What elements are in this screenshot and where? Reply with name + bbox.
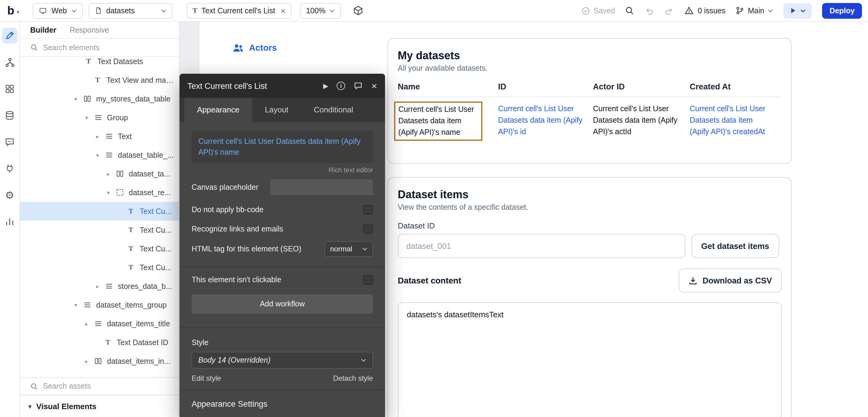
canvas-placeholder-input[interactable] — [270, 180, 373, 195]
element-tab[interactable]: T Text Current cell's List × — [186, 3, 291, 19]
undo-icon[interactable] — [645, 6, 654, 15]
get-dataset-items-button[interactable]: Get dataset items — [691, 234, 779, 258]
recognize-links-checkbox[interactable] — [363, 225, 373, 234]
cell-created-at[interactable]: Current cell's List User Datasets data i… — [690, 103, 781, 141]
styles-tab-icon[interactable] — [2, 134, 18, 150]
close-tab-icon[interactable]: × — [280, 6, 285, 15]
zoom-select[interactable]: 100% — [300, 3, 341, 19]
tree-item-my-stores-data-table[interactable]: ▾ my_stores_data_table — [20, 90, 179, 108]
actors-people-icon — [233, 43, 244, 52]
cell-name-selected[interactable]: Current cell's List User Datasets data i… — [398, 103, 498, 141]
bb-code-row: Do not apply bb-code — [192, 205, 373, 215]
add-workflow-button[interactable]: Add workflow — [192, 295, 373, 314]
monitor-icon — [39, 7, 47, 14]
html-tag-value: normal — [330, 245, 352, 254]
elements-panel: Builder Responsive T Text Datasets T Tex… — [20, 22, 180, 417]
tree-item-group[interactable]: ▾ Group — [20, 108, 179, 127]
tab-builder[interactable]: Builder — [30, 26, 56, 34]
property-editor-header[interactable]: Text Current cell's List ▶ i × — [180, 74, 385, 98]
tree-item-dataset-items-title[interactable]: ▸ dataset_items_title — [20, 314, 179, 333]
cell-actor-id[interactable]: Current cell's List User Datasets data i… — [593, 103, 690, 141]
dataset-id-input[interactable] — [398, 234, 685, 258]
components-tab-icon[interactable] — [2, 81, 18, 97]
bubble-logo[interactable]: b — [7, 5, 14, 16]
tree-item-text-dataset-id[interactable]: T Text Dataset ID — [20, 333, 179, 352]
bb-code-label: Do not apply bb-code — [192, 206, 264, 214]
rich-text-editor-link[interactable]: Rich text editor — [192, 166, 373, 174]
download-csv-button[interactable]: Download as CSV — [679, 268, 781, 292]
chevron-down-icon[interactable]: ▾ — [96, 152, 104, 158]
preview-element-icon[interactable]: ▶ — [323, 83, 328, 89]
tree-item-text-datasets[interactable]: T Text Datasets — [20, 57, 179, 71]
chevron-down-icon[interactable]: ▾ — [74, 302, 83, 308]
settings-tab-icon[interactable]: ⚙ — [2, 187, 18, 203]
workflow-tab-icon[interactable] — [2, 54, 18, 70]
tab-appearance[interactable]: Appearance — [184, 98, 252, 122]
chevron-right-icon[interactable]: ▸ — [96, 283, 104, 289]
info-icon[interactable]: i — [337, 82, 345, 90]
data-tab-icon[interactable] — [2, 107, 18, 123]
chevron-right-icon[interactable]: ▸ — [96, 133, 104, 139]
tree-item-dataset-table[interactable]: ▾ dataset_table_... — [20, 146, 179, 164]
tree-item-stores-data-b[interactable]: ▸ stores_data_b... — [20, 277, 179, 295]
tab-layout[interactable]: Layout — [252, 98, 301, 122]
tree-item-text-current-cell[interactable]: T Text Cu... — [20, 221, 179, 239]
edit-style-link[interactable]: Edit style — [192, 375, 221, 383]
issues-indicator[interactable]: 0 issues — [685, 6, 726, 15]
element-tree: T Text Datasets T Text View and mana... … — [20, 57, 179, 377]
detach-style-link[interactable]: Detach style — [333, 375, 373, 383]
design-tab-icon[interactable] — [2, 28, 18, 43]
dataset-items-title: Dataset items — [398, 189, 781, 201]
visual-elements-section[interactable]: ▾ Visual Elements — [20, 395, 179, 417]
appearance-settings-section[interactable]: Appearance Settings — [192, 400, 373, 409]
not-clickable-checkbox[interactable] — [363, 275, 373, 285]
search-icon — [30, 382, 38, 390]
search-assets-input[interactable] — [43, 382, 168, 390]
html-tag-row: HTML tag for this element (SEO) normal — [192, 242, 373, 257]
text-element-icon: T — [128, 227, 133, 233]
text-expression-editor[interactable]: Current cell's List User Datasets data i… — [192, 131, 373, 163]
tree-item-dataset-ta[interactable]: ▸ dataset_ta... — [20, 164, 179, 183]
tab-conditional[interactable]: Conditional — [301, 98, 366, 122]
deploy-button[interactable]: Deploy — [823, 3, 862, 19]
selected-element-outline: Current cell's List User Datasets data i… — [394, 101, 483, 141]
close-icon[interactable]: × — [371, 81, 377, 91]
tree-item-dataset-re[interactable]: ▾ dataset_re... — [20, 183, 179, 202]
redo-icon[interactable] — [664, 6, 674, 15]
text-element-icon: T — [95, 77, 100, 84]
component-library-icon[interactable] — [353, 5, 364, 16]
tree-item-text-current-cell[interactable]: T Text Cu... — [20, 258, 179, 277]
tree-item-dataset-items-group[interactable]: ▾ dataset_items_group — [20, 295, 179, 314]
chevron-right-icon[interactable]: ▸ — [85, 358, 94, 364]
chevron-down-icon: ▾ — [28, 403, 31, 410]
branch-label: Main — [748, 6, 764, 15]
search-elements-input[interactable] — [43, 43, 168, 52]
nav-item-actors[interactable]: Actors — [233, 43, 277, 53]
app-menu-caret-icon[interactable]: ▾ — [17, 9, 19, 15]
element-tab-label: Text Current cell's List — [202, 6, 275, 15]
tree-item-text-current-cell[interactable]: T Text Cu... — [20, 239, 179, 258]
dataset-content-box[interactable]: datasets's datasetItemsText — [398, 302, 781, 417]
chevron-right-icon[interactable]: ▸ — [85, 321, 94, 327]
html-tag-dropdown[interactable]: normal — [324, 242, 373, 257]
page-select[interactable]: datasets — [89, 3, 172, 19]
chevron-down-icon[interactable]: ▾ — [107, 189, 116, 195]
platform-select[interactable]: Web — [33, 3, 83, 19]
preview-run-button[interactable] — [784, 3, 812, 19]
chevron-right-icon[interactable]: ▸ — [107, 171, 116, 177]
plugins-tab-icon[interactable] — [2, 161, 18, 177]
tree-item-dataset-items-in[interactable]: ▸ dataset_items_in... — [20, 352, 179, 371]
tree-item-text[interactable]: ▸ Text — [20, 127, 179, 146]
tree-item-text-current-cell-selected[interactable]: T Text Cu... — [20, 202, 179, 221]
tab-responsive[interactable]: Responsive — [69, 26, 109, 34]
logs-tab-icon[interactable] — [2, 214, 18, 230]
chevron-down-icon[interactable]: ▾ — [74, 96, 83, 102]
comment-icon[interactable] — [353, 82, 363, 90]
bb-code-checkbox[interactable] — [363, 205, 373, 215]
style-dropdown[interactable]: Body 14 (Overridden) — [192, 352, 373, 369]
chevron-down-icon[interactable]: ▾ — [85, 115, 94, 121]
tree-item-text-view[interactable]: T Text View and mana... — [20, 71, 179, 90]
search-icon[interactable] — [625, 6, 634, 15]
cell-id[interactable]: Current cell's List User Datasets data i… — [498, 103, 593, 141]
branch-select[interactable]: Main — [736, 6, 773, 15]
